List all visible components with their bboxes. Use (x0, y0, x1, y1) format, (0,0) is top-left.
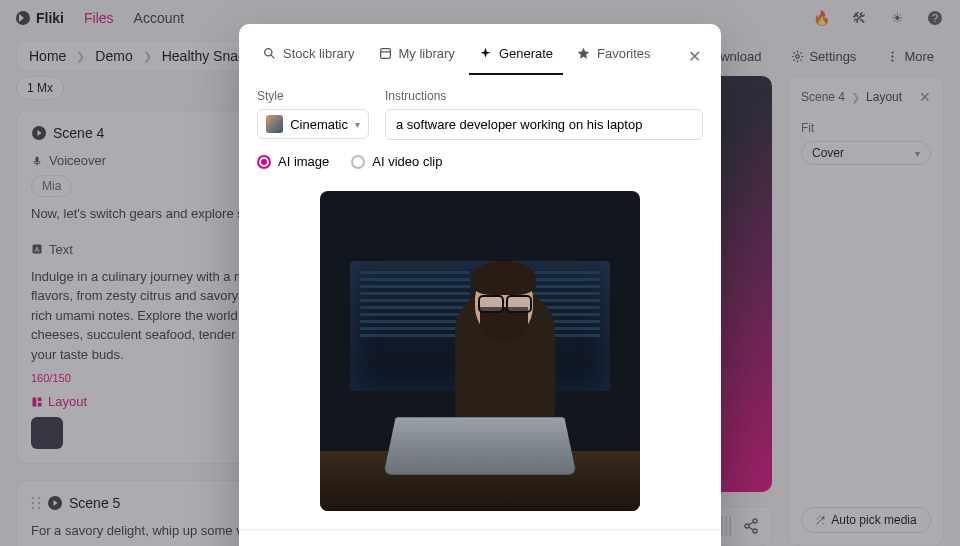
radio-on-icon (257, 155, 271, 169)
style-thumbnail (266, 115, 283, 133)
generated-image-preview (320, 191, 640, 511)
library-icon (379, 47, 392, 60)
sparkle-icon (479, 47, 492, 60)
svg-point-23 (265, 49, 272, 56)
instructions-input[interactable] (385, 109, 703, 140)
search-icon (263, 47, 276, 60)
radio-off-icon (351, 155, 365, 169)
tab-generate[interactable]: Generate (469, 38, 563, 75)
tab-stock-library[interactable]: Stock library (253, 38, 365, 75)
chevron-down-icon: ▾ (355, 119, 360, 130)
generate-modal: Stock library My library Generate Favori… (239, 24, 721, 546)
style-selector[interactable]: Cinematic ▾ (257, 109, 369, 139)
star-icon (577, 47, 590, 60)
svg-rect-24 (380, 49, 390, 59)
style-label: Style (257, 89, 369, 103)
tab-favorites[interactable]: Favorites (567, 38, 660, 75)
modal-overlay: Stock library My library Generate Favori… (0, 0, 960, 546)
tab-my-library[interactable]: My library (369, 38, 465, 75)
instructions-label: Instructions (385, 89, 703, 103)
radio-ai-video[interactable]: AI video clip (351, 154, 442, 169)
radio-ai-image[interactable]: AI image (257, 154, 329, 169)
close-modal-button[interactable]: ✕ (682, 41, 707, 72)
